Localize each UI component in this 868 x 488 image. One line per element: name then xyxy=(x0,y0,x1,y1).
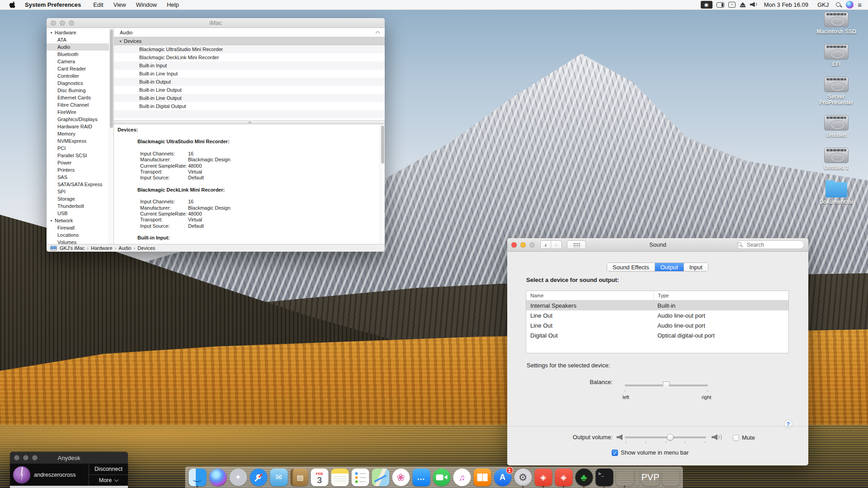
activity-menu-icon[interactable]: ~ xyxy=(728,2,736,8)
help-button[interactable]: ? xyxy=(784,420,793,428)
eject-menu-icon[interactable] xyxy=(740,2,746,8)
sidebar-group-network[interactable]: Network xyxy=(47,217,109,224)
dock-launchpad-icon[interactable]: ✦ xyxy=(229,468,248,488)
search-input[interactable] xyxy=(736,240,804,249)
dock-techtool-icon[interactable] xyxy=(615,468,634,488)
details-scrollbar[interactable] xyxy=(380,124,385,244)
dock-mail-icon[interactable]: ✉ xyxy=(269,468,288,488)
column-header-name[interactable]: Name xyxy=(526,293,653,298)
sidebar-group-hardware[interactable]: Hardware xyxy=(47,29,109,36)
menubar-app-name[interactable]: System Preferences xyxy=(25,1,81,8)
sidebar-item-bluetooth[interactable]: Bluetooth xyxy=(47,51,109,58)
desktop-icon-untitled[interactable]: Untitled xyxy=(810,115,863,138)
device-table-row[interactable]: Line OutAudio line-out port xyxy=(526,310,788,320)
dock-pvp-icon[interactable]: PVP xyxy=(641,468,660,488)
device-row[interactable]: Blackmagic UltraStudio Mini Recorder xyxy=(114,45,385,53)
sidebar-item-sata-express[interactable]: SATA/SATA Express xyxy=(47,181,109,188)
device-table-row[interactable]: Internal SpeakersBuilt-in xyxy=(526,300,788,310)
menubar-menu-item[interactable]: View xyxy=(108,1,131,8)
anydesk-titlebar[interactable]: Anydesk xyxy=(10,452,128,464)
devices-group-row[interactable]: Devices xyxy=(114,37,385,45)
balance-slider[interactable] xyxy=(625,385,708,386)
sound-toolbar[interactable]: Sound ‹ › xyxy=(507,238,808,252)
sidebar-item-memory[interactable]: Memory xyxy=(47,130,109,137)
dock-photos-icon[interactable]: ❀ xyxy=(392,468,410,488)
sidebar-item-diagnostics[interactable]: Diagnostics xyxy=(47,80,109,87)
dock-calendar-icon[interactable]: FEB 3 xyxy=(310,468,329,488)
sidebar-item-fibre-channel[interactable]: Fibre Channel xyxy=(47,101,109,108)
dock-safari-icon[interactable] xyxy=(249,468,268,488)
apple-menu-icon[interactable] xyxy=(9,1,16,8)
sidebar-item-ethernet-cards[interactable]: Ethernet Cards xyxy=(47,94,109,101)
sidebar-item-parallel-scsi[interactable]: Parallel SCSI xyxy=(47,152,109,159)
balance-slider-thumb[interactable] xyxy=(663,381,670,389)
sidebar-item-ata[interactable]: ATA xyxy=(47,36,109,43)
sidebar-item-nvmexpress[interactable]: NVMExpress xyxy=(47,137,109,145)
breadcrumb-segment[interactable]: ›Hardware xyxy=(85,245,112,251)
pane-splitter[interactable] xyxy=(114,120,385,124)
menubar-menu-item[interactable]: Help xyxy=(162,1,184,8)
more-button[interactable]: More xyxy=(89,474,128,486)
device-table-row[interactable]: Digital OutOptical digital-out port xyxy=(526,330,788,340)
breadcrumb-segment[interactable]: ›Audio xyxy=(113,245,132,251)
forward-button[interactable]: › xyxy=(551,240,562,249)
sysinfo-sidebar-scrollbar[interactable] xyxy=(109,28,113,244)
show-all-button[interactable] xyxy=(567,240,586,249)
spotlight-search-icon[interactable] xyxy=(835,2,842,8)
device-row[interactable]: Built-in Digital Output xyxy=(114,102,385,110)
sidebar-item-power[interactable]: Power xyxy=(47,159,109,166)
back-button[interactable]: ‹ xyxy=(540,240,551,249)
dock-anydesk-icon[interactable]: ◈ xyxy=(534,468,553,488)
device-row[interactable]: Built-in Line Output xyxy=(114,86,385,94)
desktop-icon-untitled-1[interactable]: Untitled 1 xyxy=(810,148,863,171)
sidebar-item-firewire[interactable]: FireWire xyxy=(47,108,109,116)
desktop-icon-efi[interactable]: EFI xyxy=(810,44,863,67)
tab-input[interactable]: Input xyxy=(684,263,708,271)
device-row[interactable]: Built-in Input xyxy=(114,61,385,70)
device-row[interactable]: Built-in Line Input xyxy=(114,70,385,78)
mute-checkbox[interactable] xyxy=(733,435,739,441)
dock-maps-icon[interactable] xyxy=(371,468,390,488)
desktop-icon-dokumentasi[interactable]: Dokumentasi xyxy=(810,180,863,205)
device-row[interactable]: Built-in Output xyxy=(114,78,385,86)
dock-facetime-icon[interactable] xyxy=(432,468,451,488)
tab-sound-effects[interactable]: Sound Effects xyxy=(607,263,655,271)
dock-siri-icon[interactable] xyxy=(208,468,227,488)
collapse-chevron-icon[interactable] xyxy=(376,31,380,36)
sidebar-item-audio[interactable]: Audio xyxy=(47,43,109,51)
dock-system-preferences-icon[interactable]: ⚙ xyxy=(514,468,533,488)
display-menu-icon[interactable] xyxy=(717,2,724,8)
device-row[interactable]: Blackmagic DeckLink Mini Recorder xyxy=(114,53,385,61)
disconnect-button[interactable]: Disconnect xyxy=(89,464,128,474)
sidebar-item-pci[interactable]: PCI xyxy=(47,145,109,152)
sidebar-item-locations[interactable]: Locations xyxy=(47,231,109,239)
menubar-clock[interactable]: Mon 3 Feb 16.09 xyxy=(762,1,811,8)
dock-notes-icon[interactable] xyxy=(330,468,349,488)
nvidia-gpu-menu-icon[interactable]: ◉ xyxy=(701,1,712,9)
show-volume-checkbox[interactable]: ✓ xyxy=(612,450,618,456)
sidebar-item-card-reader[interactable]: Card Reader xyxy=(47,65,109,72)
sidebar-item-hardware-raid[interactable]: Hardware RAID xyxy=(47,123,109,130)
menubar-user[interactable]: GKJ xyxy=(815,1,831,8)
notification-center-icon[interactable]: ≡ xyxy=(858,1,862,9)
menubar-menu-item[interactable]: Window xyxy=(131,1,162,8)
device-row[interactable]: Built-in Line Output xyxy=(114,94,385,102)
volume-slider-thumb[interactable] xyxy=(667,434,674,441)
sidebar-item-sas[interactable]: SAS xyxy=(47,174,109,181)
tab-output[interactable]: Output xyxy=(655,263,684,271)
menubar-menu-item[interactable]: Edit xyxy=(88,1,108,8)
sidebar-item-printers[interactable]: Printers xyxy=(47,166,109,174)
sidebar-item-volumes[interactable]: Volumes xyxy=(47,239,109,244)
output-volume-slider[interactable] xyxy=(625,436,706,438)
sidebar-item-firewall[interactable]: Firewall xyxy=(47,224,109,231)
sidebar-item-spi[interactable]: SPI xyxy=(47,188,109,195)
volume-menu-icon[interactable] xyxy=(750,1,758,9)
sidebar-item-storage[interactable]: Storage xyxy=(47,195,109,202)
siri-menu-icon[interactable] xyxy=(846,1,854,9)
dock-reminders-icon[interactable] xyxy=(351,468,370,488)
dock-trash-icon[interactable] xyxy=(661,468,680,488)
desktop-icon-macintosh-ssd[interactable]: Macintosh SSD xyxy=(810,12,863,35)
sidebar-item-usb[interactable]: USB xyxy=(47,210,109,217)
dock-ibooks-icon[interactable] xyxy=(473,468,492,488)
dock-terminal-icon[interactable]: >_ xyxy=(595,468,614,488)
